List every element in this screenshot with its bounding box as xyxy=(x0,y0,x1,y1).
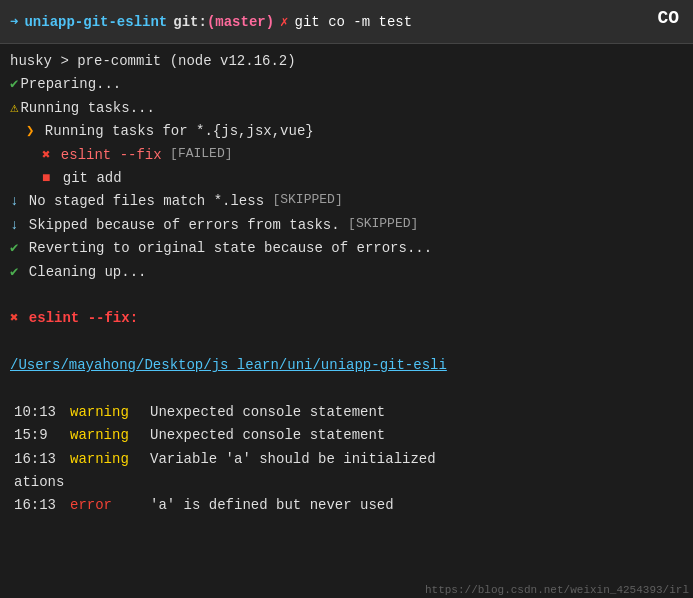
col-severity: error xyxy=(70,494,150,516)
prompt-arrow: ➜ xyxy=(10,13,18,30)
list-item: ↓ Skipped because of errors from tasks. … xyxy=(10,214,683,236)
check-icon: ✔ xyxy=(10,73,18,95)
blank-line xyxy=(10,377,683,399)
space xyxy=(264,190,272,212)
failed-tag: [FAILED] xyxy=(170,144,232,165)
col-message: Variable 'a' should be initialized xyxy=(150,448,436,470)
list-item: ⚠ Running tasks... xyxy=(10,97,683,119)
co-badge: CO xyxy=(653,0,683,36)
col-position: 16:13 xyxy=(14,494,70,516)
line-text: Preparing... xyxy=(20,73,121,95)
blank-line xyxy=(10,284,683,306)
list-item: husky > pre-commit (node v12.16.2) xyxy=(10,50,683,72)
list-item: ✔ Preparing... xyxy=(10,73,683,95)
line-text: git add xyxy=(63,167,122,189)
table-row: 16:13 warning Variable 'a' should be ini… xyxy=(10,448,683,470)
skipped-tag: [SKIPPED] xyxy=(272,190,342,211)
prompt-line: ➜ uniapp-git-eslint git:(master) ✗ git c… xyxy=(10,13,412,30)
directory-name: uniapp-git-eslint xyxy=(24,14,167,30)
line-text: Skipped because of errors from tasks. xyxy=(29,214,340,236)
line-text: Cleaning up... xyxy=(29,261,147,283)
blank-line xyxy=(10,331,683,353)
col-message: 'a' is defined but never used xyxy=(150,494,394,516)
table-row: 16:13 error 'a' is defined but never use… xyxy=(10,494,683,516)
file-path-text: /Users/mayahong/Desktop/js_learn/uni/uni… xyxy=(10,354,447,376)
x-mark: ✗ xyxy=(280,13,288,30)
list-item: ■ git add xyxy=(10,167,683,189)
file-path-line: /Users/mayahong/Desktop/js_learn/uni/uni… xyxy=(10,354,683,376)
col-severity: warning xyxy=(70,424,150,446)
git-branch: git:(master) xyxy=(173,14,274,30)
col-position: 10:13 xyxy=(14,401,70,423)
terminal-body: husky > pre-commit (node v12.16.2) ✔ Pre… xyxy=(0,44,693,524)
col-message: Unexpected console statement xyxy=(150,424,385,446)
col-continuation: ations xyxy=(14,471,70,493)
line-text: Reverting to original state because of e… xyxy=(29,237,432,259)
col-severity: warning xyxy=(70,448,150,470)
list-item: ✔ Cleaning up... xyxy=(10,261,683,283)
col-severity: warning xyxy=(70,401,150,423)
list-item: ✔ Reverting to original state because of… xyxy=(10,237,683,259)
table-row-continuation: ations xyxy=(10,471,683,493)
eslint-fix-section: ✖ eslint --fix: xyxy=(10,307,683,329)
col-message: Unexpected console statement xyxy=(150,401,385,423)
skipped-tag: [SKIPPED] xyxy=(348,214,418,235)
table-row: 10:13 warning Unexpected console stateme… xyxy=(10,401,683,423)
line-text: husky > pre-commit (node v12.16.2) xyxy=(10,50,296,72)
red-square-icon: ■ xyxy=(42,167,59,189)
check-icon: ✔ xyxy=(10,237,27,259)
arrow-down-icon: ↓ xyxy=(10,190,27,212)
col-position: 16:13 xyxy=(14,448,70,470)
warn-icon: ⚠ xyxy=(10,97,18,119)
terminal-window: ➜ uniapp-git-eslint git:(master) ✗ git c… xyxy=(0,0,693,598)
watermark: https://blog.csdn.net/weixin_4254393/irl xyxy=(425,584,689,596)
list-item: ❯ Running tasks for *.{js,jsx,vue} xyxy=(10,120,683,142)
line-text: Running tasks for *.{js,jsx,vue} xyxy=(45,120,314,142)
eslint-fix-title: eslint --fix: xyxy=(29,307,138,329)
line-text: No staged files match *.less xyxy=(29,190,264,212)
x-icon: ✖ xyxy=(42,144,59,166)
arrow-down-icon: ↓ xyxy=(10,214,27,236)
list-item: ↓ No staged files match *.less [SKIPPED] xyxy=(10,190,683,212)
space xyxy=(340,214,348,236)
command-text: git co -m test xyxy=(295,14,413,30)
arrow-right-icon: ❯ xyxy=(26,120,43,142)
table-row: 15:9 warning Unexpected console statemen… xyxy=(10,424,683,446)
check-icon: ✔ xyxy=(10,261,27,283)
x-icon: ✖ xyxy=(10,307,27,329)
eslint-fix-label: eslint --fix xyxy=(61,144,162,166)
terminal-header: ➜ uniapp-git-eslint git:(master) ✗ git c… xyxy=(0,0,693,44)
list-item: ✖ eslint --fix [FAILED] xyxy=(10,144,683,166)
line-text: Running tasks... xyxy=(20,97,154,119)
space xyxy=(162,144,170,166)
col-position: 15:9 xyxy=(14,424,70,446)
